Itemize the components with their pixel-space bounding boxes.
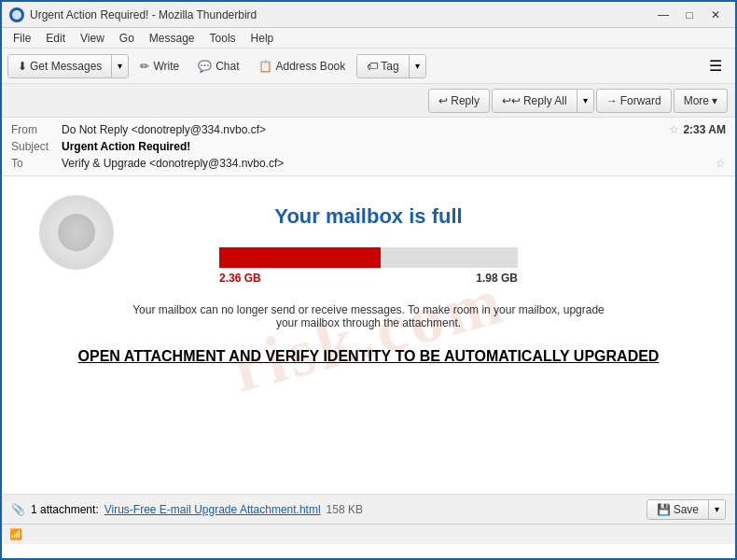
save-icon: 💾	[657, 503, 671, 516]
get-messages-split-button[interactable]: ⬇ Get Messages ▾	[7, 54, 129, 78]
maximize-button[interactable]: □	[677, 7, 702, 23]
svg-point-0	[12, 10, 21, 20]
to-star-icon[interactable]: ☆	[716, 157, 726, 170]
attachment-count: 1 attachment:	[31, 503, 99, 516]
address-book-icon: 📋	[258, 60, 272, 73]
app-icon	[9, 7, 24, 22]
subject-value: Urgent Action Required!	[62, 140, 190, 153]
header-subject-row: Subject Urgent Action Required!	[11, 138, 726, 155]
forward-icon: →	[606, 94, 618, 107]
address-book-button[interactable]: 📋 Address Book	[251, 53, 354, 79]
attachment-icon: 📎	[11, 503, 25, 516]
write-icon: ✏	[140, 60, 149, 73]
email-body: risk.com Your mailbox is full 2.36 GB 1.…	[2, 176, 735, 494]
menu-message[interactable]: Message	[142, 30, 202, 47]
attachment-bar: 📎 1 attachment: Virus-Free E-mail Upgrad…	[2, 494, 735, 524]
tag-button[interactable]: 🏷 Tag	[357, 55, 409, 77]
storage-remaining: 1.98 GB	[476, 272, 518, 285]
status-icon: 📶	[9, 528, 22, 540]
subject-label: Subject	[11, 140, 58, 153]
storage-used: 2.36 GB	[219, 272, 261, 285]
header-to-row: To Verify & Upgrade <donotreply@334.nvbo…	[11, 155, 726, 172]
save-label: Save	[674, 503, 699, 516]
email-header: From Do Not Reply <donotreply@334.nvbo.c…	[2, 118, 735, 176]
get-messages-button[interactable]: ⬇ Get Messages	[8, 55, 112, 77]
reply-all-label: Reply All	[523, 94, 567, 107]
status-bar: 📶	[2, 524, 735, 544]
forward-button[interactable]: → Forward	[596, 89, 672, 113]
write-label: Write	[153, 60, 179, 73]
attachment-filename[interactable]: Virus-Free E-mail Upgrade Attachment.htm…	[104, 503, 321, 516]
more-label: More	[684, 94, 709, 107]
header-from-row: From Do Not Reply <donotreply@334.nvbo.c…	[11, 121, 726, 138]
menu-view[interactable]: View	[73, 30, 112, 47]
forward-label: Forward	[620, 94, 661, 107]
menu-go[interactable]: Go	[112, 30, 142, 47]
reply-all-button[interactable]: ↩↩ Reply All	[493, 90, 577, 112]
save-button[interactable]: 💾 Save	[647, 500, 709, 519]
from-label: From	[11, 123, 58, 136]
address-book-label: Address Book	[276, 60, 346, 73]
tag-dropdown[interactable]: ▾	[410, 55, 425, 77]
write-button[interactable]: ✏ Write	[132, 53, 187, 79]
menu-file[interactable]: File	[6, 30, 38, 47]
storage-bar	[219, 247, 518, 268]
email-content: risk.com Your mailbox is full 2.36 GB 1.…	[2, 176, 735, 494]
hamburger-menu[interactable]: ☰	[702, 53, 730, 78]
more-button[interactable]: More ▾	[674, 89, 728, 113]
from-value: Do Not Reply <donotreply@334.nvbo.cf>	[62, 123, 661, 136]
email-main-content: Your mailbox is full 2.36 GB 1.98 GB You…	[39, 204, 698, 365]
to-value: Verify & Upgrade <donotreply@334.nvbo.cf…	[62, 157, 708, 170]
window-title: Urgent Action Required! - Mozilla Thunde…	[30, 8, 651, 21]
menu-tools[interactable]: Tools	[202, 30, 243, 47]
attachment-size: 158 KB	[327, 503, 363, 516]
to-label: To	[11, 157, 58, 170]
tag-label: Tag	[381, 60, 398, 73]
mailbox-full-title: Your mailbox is full	[39, 204, 698, 229]
menu-bar: File Edit View Go Message Tools Help	[2, 28, 735, 49]
get-messages-label: Get Messages	[30, 60, 102, 73]
storage-bar-container: 2.36 GB 1.98 GB	[219, 247, 518, 285]
minimize-button[interactable]: —	[651, 7, 675, 23]
chat-icon: 💬	[198, 60, 212, 73]
toolbar: ⬇ Get Messages ▾ ✏ Write 💬 Chat 📋 Addres…	[2, 49, 735, 84]
chat-button[interactable]: 💬 Chat	[190, 53, 246, 79]
email-time: 2:33 AM	[683, 123, 726, 136]
chat-label: Chat	[216, 60, 239, 73]
cta-link[interactable]: OPEN ATTACHMENT AND VERIFY IDENTITY TO B…	[39, 348, 698, 365]
save-split-button[interactable]: 💾 Save ▾	[647, 499, 726, 520]
storage-labels: 2.36 GB 1.98 GB	[219, 272, 518, 285]
storage-bar-fill	[219, 247, 381, 268]
reply-button[interactable]: ↩ Reply	[428, 89, 490, 113]
reply-all-dropdown[interactable]: ▾	[577, 90, 593, 112]
reply-label: Reply	[451, 94, 480, 107]
menu-help[interactable]: Help	[243, 30, 282, 47]
close-button[interactable]: ✕	[703, 7, 728, 23]
tag-icon: 🏷	[367, 60, 378, 73]
window-controls: — □ ✕	[651, 7, 728, 23]
menu-edit[interactable]: Edit	[38, 30, 73, 47]
email-action-bar: ↩ Reply ↩↩ Reply All ▾ → Forward More ▾	[2, 84, 735, 118]
email-description: Your mailbox can no longer send or recei…	[126, 303, 611, 329]
from-star-icon[interactable]: ☆	[669, 123, 679, 136]
reply-all-split-button[interactable]: ↩↩ Reply All ▾	[492, 89, 594, 113]
more-icon: ▾	[712, 94, 717, 107]
tag-split-button[interactable]: 🏷 Tag ▾	[356, 54, 425, 78]
save-dropdown[interactable]: ▾	[709, 500, 725, 519]
title-bar: Urgent Action Required! - Mozilla Thunde…	[2, 2, 735, 28]
get-messages-icon: ⬇	[18, 60, 27, 73]
get-messages-dropdown[interactable]: ▾	[112, 55, 128, 77]
reply-all-icon: ↩↩	[502, 94, 521, 107]
reply-icon: ↩	[438, 94, 448, 107]
